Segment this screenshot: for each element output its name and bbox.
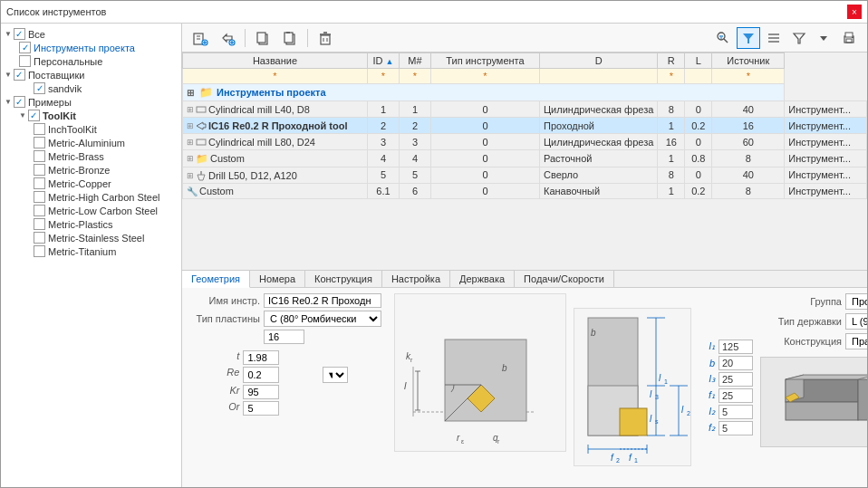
print-button[interactable] xyxy=(836,27,862,49)
sidebar-item-metric-copper[interactable]: Metric-Copper xyxy=(1,177,181,190)
svg-text:r: r xyxy=(457,433,460,443)
toolbar-separator-1 xyxy=(245,29,246,47)
col-header-name[interactable]: Название xyxy=(183,53,368,69)
dim-l3-input[interactable] xyxy=(719,372,753,387)
col-header-id[interactable]: ID ▲ xyxy=(367,53,399,69)
dim-f2-input[interactable] xyxy=(719,421,753,435)
checkbox-metric-hcs[interactable] xyxy=(34,191,45,203)
add-button[interactable] xyxy=(215,27,240,49)
checkbox-examples[interactable]: ✓ xyxy=(14,96,25,108)
filter-type[interactable]: * xyxy=(430,69,539,84)
table-row[interactable]: ⊞ Cylindrical mill L80, D24 3 3 0 Цилинд… xyxy=(183,134,867,150)
close-button[interactable]: × xyxy=(847,5,862,19)
construction-select[interactable]: Правый xyxy=(845,333,867,349)
sidebar-item-toolkit[interactable]: ▼ ✓ ToolKit xyxy=(1,109,181,122)
checkbox-suppliers[interactable]: ✓ xyxy=(14,69,25,81)
filter-name[interactable]: * xyxy=(183,69,368,84)
holder-type-select[interactable]: L (95°) xyxy=(845,313,867,330)
re-input[interactable] xyxy=(243,367,279,383)
sidebar-item-metric-bronze[interactable]: Metric-Bronze xyxy=(1,163,181,177)
tab-construction[interactable]: Конструкция xyxy=(305,271,382,287)
copy-button[interactable] xyxy=(250,27,275,49)
paste-button[interactable] xyxy=(277,27,303,49)
insert-diagram: l 1 l 2 b xyxy=(574,308,691,466)
group-select[interactable]: Проходной xyxy=(845,293,867,310)
filter-src[interactable]: * xyxy=(712,69,785,84)
search-filter-button[interactable] xyxy=(711,27,735,49)
filter-dropdown-button[interactable] xyxy=(813,27,834,49)
filter-active-button[interactable] xyxy=(737,27,760,49)
dim-f1-input[interactable] xyxy=(719,388,753,403)
col-header-d[interactable]: D xyxy=(539,53,657,69)
checkbox-metric-copper[interactable] xyxy=(34,177,45,189)
dim-b-input[interactable] xyxy=(719,356,753,370)
filter-m[interactable]: * xyxy=(399,69,430,84)
filter-id[interactable]: * xyxy=(367,69,399,84)
dim-l2-input[interactable] xyxy=(719,405,753,419)
checkbox-toolkit[interactable]: ✓ xyxy=(28,110,40,121)
filter-r[interactable]: * xyxy=(658,69,685,84)
sidebar-item-metric-plastics[interactable]: Metric-Plastics xyxy=(1,217,181,231)
table-row[interactable]: ⊞ 📁 Custom 4 4 0 Расточной 1 xyxy=(183,150,867,167)
new-tool-button[interactable] xyxy=(188,27,213,49)
sidebar-item-metric-ss[interactable]: Metric-Stainless Steel xyxy=(1,231,181,244)
sidebar-item-metric-al[interactable]: Metric-Aluminium xyxy=(1,136,181,149)
t-input[interactable] xyxy=(243,350,279,365)
checkbox-metric-brass[interactable] xyxy=(34,150,45,162)
checkbox-personal[interactable] xyxy=(19,55,31,67)
filter-l[interactable] xyxy=(685,69,712,84)
svg-text:b: b xyxy=(591,328,596,338)
mill-tool-icon-2 xyxy=(196,137,207,148)
checkbox-metric-al[interactable] xyxy=(34,137,45,148)
col-header-src[interactable]: Источник xyxy=(712,53,785,69)
settings-button[interactable] xyxy=(762,27,786,49)
tab-settings[interactable]: Настройка xyxy=(382,271,450,287)
checkbox-inch-toolkit[interactable] xyxy=(34,123,45,135)
table-row[interactable]: ⊞ Cylindrical mill L40, D8 1 1 0 Цилиндр… xyxy=(183,101,867,118)
tab-holder[interactable]: Держвака xyxy=(450,271,515,287)
checkbox-metric-bronze[interactable] xyxy=(34,164,45,176)
or-input[interactable] xyxy=(243,401,279,416)
checkbox-metric-plastics[interactable] xyxy=(34,218,45,230)
delete-button[interactable] xyxy=(313,27,338,49)
col-header-type[interactable]: Тип инструмента xyxy=(430,53,539,69)
sidebar-item-all[interactable]: ▼ ✓ Все xyxy=(1,27,181,41)
tab-feeds[interactable]: Подачи/Скорости xyxy=(515,271,614,287)
filter-button[interactable] xyxy=(787,27,811,49)
table-row[interactable]: ⊞ Drill L50, D12, A120 5 xyxy=(183,167,867,183)
col-header-r[interactable]: R xyxy=(658,53,685,69)
checkbox-metric-lcs[interactable] xyxy=(34,205,45,216)
group-expand-icon[interactable]: ⊞ xyxy=(187,88,194,98)
sidebar-item-personal[interactable]: Персональные xyxy=(1,54,181,68)
col-header-l[interactable]: L xyxy=(685,53,712,69)
dim-l1-input[interactable] xyxy=(719,340,753,354)
checkbox-metric-ti[interactable] xyxy=(34,245,45,257)
size-input[interactable] xyxy=(264,330,304,344)
sidebar-item-metric-brass[interactable]: Metric-Brass xyxy=(1,149,181,163)
col-header-m[interactable]: M# xyxy=(399,53,430,69)
sidebar-item-metric-ti[interactable]: Metric-Titanium xyxy=(1,244,181,258)
insert-type-select[interactable]: C (80° Ромбически xyxy=(264,311,381,327)
sidebar-item-metric-hcs[interactable]: Metric-High Carbon Steel xyxy=(1,190,181,204)
sidebar-item-examples[interactable]: ▼ ✓ Примеры xyxy=(1,95,181,109)
checkbox-metric-ss[interactable] xyxy=(34,232,45,244)
kr-input[interactable] xyxy=(243,385,279,399)
checkbox-project-tools[interactable]: ✓ xyxy=(19,42,31,53)
sidebar-item-inch-toolkit[interactable]: InchToolKit xyxy=(1,122,181,136)
dim-b: b xyxy=(699,356,753,370)
table-row-selected[interactable]: ⊞ IC16 Re0.2 R Проходной tool 2 2 0 Прох… xyxy=(183,118,867,134)
filter-d[interactable] xyxy=(539,69,657,84)
sidebar-item-suppliers[interactable]: ▼ ✓ Поставщики xyxy=(1,68,181,81)
sidebar-item-metric-lcs[interactable]: Metric-Low Carbon Steel xyxy=(1,204,181,217)
checkbox-all[interactable]: ✓ xyxy=(14,28,25,40)
sidebar-item-sandvik[interactable]: ✓ sandvik xyxy=(1,81,181,95)
tab-geometry[interactable]: Геометрия xyxy=(182,271,250,288)
checkbox-sandvik[interactable]: ✓ xyxy=(34,82,45,94)
tab-numbers[interactable]: Номера xyxy=(250,271,305,287)
re-select[interactable]: ▼ xyxy=(323,367,348,383)
sidebar-item-project-tools[interactable]: ✓ Инструменты проекта xyxy=(1,41,181,54)
table-area: Название ID ▲ M# Тип инст xyxy=(182,53,867,270)
tool-name-input[interactable] xyxy=(264,293,381,308)
table-row[interactable]: 🔧 Custom 6.1 6 0 Канавочный 1 0.2 xyxy=(183,183,867,199)
table-scroll[interactable]: Название ID ▲ M# Тип инст xyxy=(182,53,867,270)
